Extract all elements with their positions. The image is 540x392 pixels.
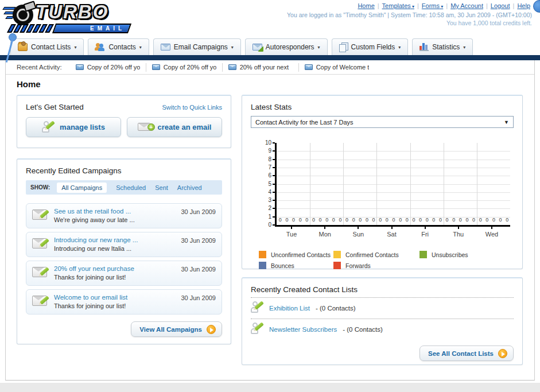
campaign-filter-bar: SHOW: All CampaignsScheduledSentArchived <box>26 180 222 195</box>
y-tick-label: 1 <box>259 214 271 220</box>
filter-archived[interactable]: Archived <box>177 184 202 191</box>
filter-all-campaigns[interactable]: All Campaigns <box>57 183 107 193</box>
top-link-help[interactable]: Help <box>517 2 530 9</box>
manage-lists-button[interactable]: manage lists <box>26 117 121 137</box>
contact-list-row: Exhibition List- (0 Contacts) <box>251 297 514 319</box>
series-value-label: 0 <box>479 217 482 223</box>
group-separator <box>343 143 344 225</box>
turbo-email-logo: TURBO EMAIL <box>3 1 141 36</box>
top-link-home[interactable]: Home <box>358 2 374 9</box>
see-all-contact-lists-label: See All Contact Lists <box>428 350 494 357</box>
chart-legend: Unconfirmed ContactsConfirmed ContactsUn… <box>259 251 514 269</box>
series-value-label: 0 <box>399 217 402 223</box>
recent-activity-item[interactable]: Copy of 20% off yo <box>70 63 146 72</box>
see-all-contact-lists-button[interactable]: See All Contact Lists <box>419 346 514 361</box>
tab-email-campaigns[interactable]: Email Campaigns▾ <box>153 38 241 55</box>
y-tick-mark <box>273 159 275 160</box>
tab-custom-fields[interactable]: Custom Fields▾ <box>332 38 409 55</box>
legend-swatch <box>333 251 341 258</box>
recent-activity-item[interactable]: Copy of Welcome to <box>298 63 375 72</box>
series-value-label: 0 <box>492 217 495 223</box>
person-pencil-icon <box>251 323 263 336</box>
group-separator <box>444 143 444 225</box>
left-column: Let's Get Started Switch to Quick Links … <box>17 95 231 365</box>
series-value-label: 0 <box>485 217 488 223</box>
x-tick-mark <box>291 227 292 229</box>
group-separator <box>477 143 477 225</box>
email-campaigns-icon <box>161 44 170 51</box>
tab-statistics[interactable]: Statistics▾ <box>412 38 473 55</box>
envelope-pencil-icon <box>32 266 48 279</box>
contact-list-link[interactable]: Newsletter Subscribers <box>269 326 337 333</box>
series-value-label: 0 <box>393 217 395 223</box>
group-separator <box>310 143 310 225</box>
campaign-info: Welcome to our email listThanks for join… <box>54 294 175 309</box>
y-tick-mark <box>273 224 275 226</box>
switch-quick-links[interactable]: Switch to Quick Links <box>162 104 222 111</box>
tab-contacts[interactable]: Contacts▾ <box>88 38 149 55</box>
campaign-title-link[interactable]: See us at the retail food ... <box>54 208 175 215</box>
top-link-logout[interactable]: Logout <box>491 2 510 9</box>
custom-fields-icon <box>339 43 348 51</box>
recent-activity-item[interactable]: Copy of 20% off yo <box>146 63 222 72</box>
series-value-label: 0 <box>452 217 455 223</box>
series-value-label: 0 <box>305 217 308 223</box>
tab-label: Autoresponders <box>266 43 314 51</box>
y-gridline <box>277 184 510 185</box>
campaign-title-link[interactable]: Introducing our new range ... <box>54 236 175 243</box>
tab-contact-lists[interactable]: Contact Lists▾ <box>10 38 84 55</box>
series-value-label: 0 <box>472 217 475 223</box>
series-value-label: 0 <box>379 217 382 223</box>
filter-scheduled[interactable]: Scheduled <box>116 184 146 191</box>
contact-lists-panel: Recently Created Contact Lists Exhibitio… <box>242 277 523 365</box>
campaign-subtitle: Thanks for joining our list! <box>54 274 175 281</box>
recent-activity-item[interactable]: 20% off your next <box>222 63 298 72</box>
logo-text-email: EMAIL <box>90 25 129 32</box>
top-link-templates[interactable]: Templates ▾ <box>382 2 414 9</box>
x-tick-mark <box>491 227 492 229</box>
create-email-button[interactable]: + create an email <box>127 117 222 137</box>
login-info: You are logged in as "Timothy Smith" | S… <box>287 11 532 18</box>
legend-label: Unconfirmed Contacts <box>271 251 331 258</box>
recent-campaigns-panel: Recently Edited Campaigns SHOW: All Camp… <box>17 158 231 344</box>
campaign-title-link[interactable]: 20% off your next purchase <box>54 265 175 272</box>
activity-item-label: 20% off your next <box>240 64 293 71</box>
y-tick-label: 10 <box>259 139 271 146</box>
legend-item-unsubscribes: Unsubscribes <box>419 251 514 258</box>
y-tick-mark <box>273 175 275 176</box>
activity-item-label: Copy of Welcome to <box>316 64 369 71</box>
help-bubble-button[interactable] <box>533 0 540 13</box>
campaign-filters: All CampaignsScheduledSentArchived <box>57 183 201 193</box>
recent-activity-bar: Recent Activity: Copy of 20% off yoCopy … <box>6 60 534 75</box>
create-email-label: create an email <box>158 123 212 131</box>
contacts-icon <box>95 43 105 51</box>
y-tick-label: 0 <box>259 222 271 228</box>
legend-item-unconfirmed-contacts: Unconfirmed Contacts <box>259 251 333 258</box>
series-value-label: 0 <box>459 217 462 223</box>
y-tick-mark <box>273 192 275 193</box>
statistics-icon <box>419 43 429 51</box>
contact-list-link[interactable]: Exhibition List <box>269 305 310 312</box>
contact-list-count: - (0 Contacts) <box>343 326 383 333</box>
envelope-icon <box>305 64 313 70</box>
series-value-label: 0 <box>439 217 442 223</box>
stats-select-value: Contact Activity for the Last 7 Days <box>255 119 353 126</box>
group-separator <box>376 143 377 225</box>
x-category-label: Wed <box>475 231 508 238</box>
campaigns-title: Recently Edited Campaigns <box>26 166 222 175</box>
stats-report-select[interactable]: Contact Activity for the Last 7 Days ▼ <box>251 116 514 128</box>
nav-divider-bar <box>0 55 540 60</box>
manage-lists-label: manage lists <box>60 123 105 131</box>
y-tick-mark <box>273 184 275 185</box>
filter-sent[interactable]: Sent <box>155 184 168 191</box>
top-link-forms[interactable]: Forms ▾ <box>422 2 443 9</box>
campaign-title-link[interactable]: Welcome to our email list <box>54 294 175 301</box>
contact-activity-chart: 00000000000000000000000000000000000 0123… <box>258 137 514 245</box>
x-tick-mark <box>324 227 325 229</box>
top-link-my-account[interactable]: My Account <box>450 2 483 9</box>
campaign-info: Introducing our new range ...Introducing… <box>54 236 175 252</box>
tab-autoresponders[interactable]: Autoresponders▾ <box>245 38 328 55</box>
chevron-down-icon: ▾ <box>318 45 320 50</box>
view-all-campaigns-button[interactable]: View All Campaigns <box>131 321 222 337</box>
latest-stats-panel: Latest Stats Contact Activity for the La… <box>242 95 523 269</box>
